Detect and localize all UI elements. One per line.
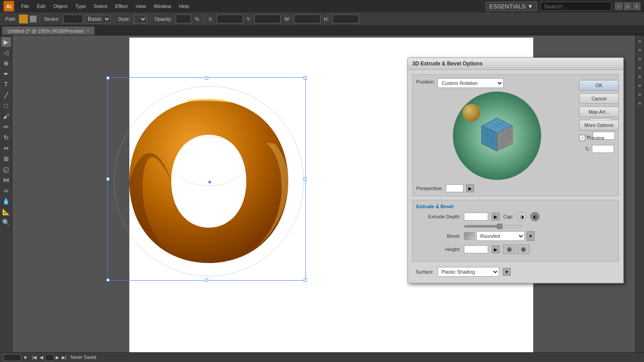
right-tool-4[interactable]: ≡ (636, 64, 644, 72)
last-page-btn[interactable]: ▶| (61, 355, 68, 360)
right-panel: ≡ ≡ ≡ ≡ ≡ ≡ ≡ ≡ (635, 35, 644, 352)
depth-slider[interactable] (464, 225, 521, 228)
bevel-preview-icon (464, 232, 475, 240)
bevel-dropdown-arrow[interactable]: ▼ (527, 231, 535, 241)
perspective-increment[interactable]: ▶ (466, 184, 474, 192)
more-options-button[interactable]: More Options (579, 120, 619, 130)
light-sphere[interactable] (463, 104, 480, 122)
dialog-3d-extrude: 3D Extrude & Bevel Options Position: Cus… (407, 57, 624, 283)
minimize-button[interactable]: − (615, 2, 623, 10)
transform-tool[interactable]: ⊕ (1, 58, 11, 68)
w-input[interactable]: 393 px (294, 15, 320, 23)
right-tool-1[interactable]: ≡ (636, 37, 644, 45)
dialog-title: 3D Extrude & Bevel Options (412, 61, 482, 67)
menu-object[interactable]: Object (50, 3, 71, 10)
pencil-tool[interactable]: ✏ (1, 122, 11, 132)
preview-checkbox[interactable]: ✓ (579, 135, 585, 141)
main-layout: ▶ ◁ ⊕ ✒ T ╱ □ 🖌 ✏ ↻ ⇔ ⊞ ◱ ⋈ ∞ 💧 📐 🔍 (0, 35, 644, 352)
stroke-swatch[interactable] (30, 15, 37, 23)
depth-thumb[interactable] (497, 224, 502, 229)
eyedropper-tool[interactable]: 💧 (1, 196, 11, 206)
right-tool-5[interactable]: ≡ (636, 72, 644, 80)
height-input[interactable]: 16 pt (464, 245, 488, 253)
height-increment[interactable]: ▶ (492, 245, 500, 253)
cancel-button[interactable]: Cancel (579, 93, 619, 104)
style-select[interactable]: Basic (85, 15, 111, 23)
right-tool-3[interactable]: ≡ (636, 55, 644, 63)
surface-dropdown[interactable]: ▼ (503, 268, 511, 276)
y-input[interactable]: 312.5 px (254, 15, 281, 23)
maximize-button[interactable]: □ (624, 2, 632, 10)
extrude-bevel-header: Extrude & Bevel (416, 204, 615, 209)
ok-button[interactable]: OK (579, 80, 619, 91)
opacity-label: Opacity: (153, 16, 174, 22)
menu-effect[interactable]: Effect (112, 3, 131, 10)
map-art-button[interactable]: Map Art... (579, 107, 619, 117)
scale-tool[interactable]: ⊞ (1, 154, 11, 164)
x-input[interactable]: 388.5 px (217, 15, 243, 23)
right-tool-2[interactable]: ≡ (636, 46, 644, 54)
position-select[interactable]: Custom Rotation (437, 78, 504, 88)
opacity-input[interactable]: 100 (176, 15, 191, 23)
stroke-input[interactable] (63, 15, 83, 23)
height-out-icon[interactable]: ⊗ (517, 244, 530, 254)
cap-label: Cap: (503, 214, 513, 219)
menu-view[interactable]: View (132, 3, 150, 10)
page-number-input[interactable]: 1 (45, 354, 54, 361)
menu-window[interactable]: Window (151, 3, 175, 10)
height-label: Height: (416, 247, 460, 252)
pen-tool[interactable]: ✒ (1, 69, 11, 79)
bevel-select[interactable]: Rounded (476, 231, 525, 241)
document-tab[interactable]: Untitled-2* @ 100% (RGB/Preview) × (2, 26, 95, 35)
cube-preview[interactable] (453, 91, 541, 180)
fill-color[interactable] (19, 15, 28, 23)
h-input[interactable]: 393 px (332, 15, 359, 23)
right-tool-6[interactable]: ≡ (636, 81, 644, 89)
menu-type[interactable]: Type (72, 3, 90, 10)
search-input[interactable] (541, 2, 611, 11)
type-tool[interactable]: T (1, 80, 11, 89)
essentials-button[interactable]: ESSENTIALS ▼ (486, 2, 537, 11)
style2-select[interactable] (134, 15, 147, 23)
right-tool-7[interactable]: ≡ (636, 90, 644, 98)
zoom-tool[interactable]: 🔍 (1, 217, 11, 227)
prev-page-btn[interactable]: ◀ (39, 355, 44, 360)
preview-row: ✓ Preview (579, 135, 619, 141)
extrude-depth-input[interactable]: 135 pt (464, 213, 488, 221)
separator2 (113, 15, 114, 23)
menu-select[interactable]: Select (90, 3, 111, 10)
measure-tool[interactable]: 📐 (1, 207, 11, 217)
separator4 (203, 15, 204, 23)
direct-select-tool[interactable]: ◁ (1, 48, 11, 57)
select-tool[interactable]: ▶ (1, 37, 11, 47)
right-tool-8[interactable]: ≡ (636, 99, 644, 107)
gradient-tool[interactable]: ◱ (1, 164, 11, 174)
reflect-tool[interactable]: ⇔ (1, 143, 11, 153)
surface-select[interactable]: Plastic Shading (437, 267, 499, 277)
menu-help[interactable]: Help (176, 3, 193, 10)
close-button[interactable]: × (633, 2, 640, 10)
paintbrush-tool[interactable]: 🖌 (1, 111, 11, 121)
menu-file[interactable]: File (18, 3, 33, 10)
surface-row: Surface: Plastic Shading ▼ (412, 265, 619, 278)
shape-tool[interactable]: □ (1, 101, 11, 111)
zoom-input[interactable]: 100% (4, 354, 21, 361)
next-page-btn[interactable]: ▶ (55, 355, 60, 360)
first-page-btn[interactable]: |◀ (31, 355, 38, 360)
rotate-tool[interactable]: ↻ (1, 133, 11, 142)
cap-on-icon[interactable]: ◑ (517, 212, 527, 221)
perspective-input[interactable]: 0° (446, 184, 463, 192)
cap-off-icon[interactable]: ◐ (530, 212, 540, 221)
angle3-input[interactable]: -10° (592, 145, 614, 153)
height-in-icon[interactable]: ⊕ (503, 244, 516, 254)
style-label: Style: (117, 16, 132, 22)
blend-tool[interactable]: ∞ (1, 186, 11, 195)
extrude-depth-increment[interactable]: ▶ (492, 213, 500, 221)
zoom-dropdown-icon[interactable]: ▼ (23, 355, 28, 360)
menu-edit[interactable]: Edit (34, 3, 49, 10)
angle3-icon: ↻ (585, 145, 590, 152)
mesh-tool[interactable]: ⋈ (1, 175, 11, 185)
line-tool[interactable]: ╱ (1, 90, 11, 100)
tab-close-icon[interactable]: × (87, 28, 89, 33)
dialog-buttons: OK Cancel Map Art... More Options ✓ Prev… (579, 80, 619, 141)
